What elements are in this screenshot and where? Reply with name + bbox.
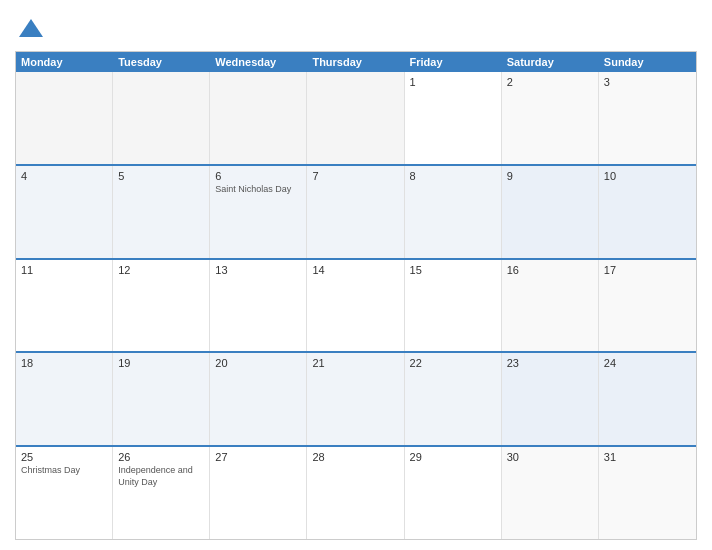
- day-number: 2: [507, 76, 593, 88]
- day-cell: 28: [307, 447, 404, 539]
- header-saturday: Saturday: [502, 52, 599, 72]
- weeks: 123456Saint Nicholas Day7891011121314151…: [16, 72, 696, 539]
- day-number: 8: [410, 170, 496, 182]
- day-number: 28: [312, 451, 398, 463]
- day-number: 29: [410, 451, 496, 463]
- day-cell: 30: [502, 447, 599, 539]
- day-cell: [210, 72, 307, 164]
- day-number: 22: [410, 357, 496, 369]
- day-cell: 27: [210, 447, 307, 539]
- day-cell: 21: [307, 353, 404, 445]
- day-cell: 11: [16, 260, 113, 352]
- day-number: 4: [21, 170, 107, 182]
- calendar: Monday Tuesday Wednesday Thursday Friday…: [15, 51, 697, 540]
- day-cell: 23: [502, 353, 599, 445]
- day-cell: 10: [599, 166, 696, 258]
- day-headers: Monday Tuesday Wednesday Thursday Friday…: [16, 52, 696, 72]
- header-friday: Friday: [405, 52, 502, 72]
- header-wednesday: Wednesday: [210, 52, 307, 72]
- week-1: 456Saint Nicholas Day78910: [16, 164, 696, 258]
- week-3: 18192021222324: [16, 351, 696, 445]
- day-number: 15: [410, 264, 496, 276]
- day-cell: [307, 72, 404, 164]
- day-cell: 2: [502, 72, 599, 164]
- week-4: 25Christmas Day26Independence and Unity …: [16, 445, 696, 539]
- day-number: 11: [21, 264, 107, 276]
- header-thursday: Thursday: [307, 52, 404, 72]
- day-number: 3: [604, 76, 691, 88]
- day-cell: 1: [405, 72, 502, 164]
- day-number: 19: [118, 357, 204, 369]
- day-number: 16: [507, 264, 593, 276]
- day-cell: 26Independence and Unity Day: [113, 447, 210, 539]
- day-cell: 19: [113, 353, 210, 445]
- day-number: 20: [215, 357, 301, 369]
- week-2: 11121314151617: [16, 258, 696, 352]
- day-number: 7: [312, 170, 398, 182]
- day-cell: 25Christmas Day: [16, 447, 113, 539]
- day-cell: 7: [307, 166, 404, 258]
- day-number: 10: [604, 170, 691, 182]
- day-number: 26: [118, 451, 204, 463]
- day-cell: 3: [599, 72, 696, 164]
- page: Monday Tuesday Wednesday Thursday Friday…: [0, 0, 712, 550]
- holiday-name: Independence and Unity Day: [118, 465, 204, 488]
- day-number: 18: [21, 357, 107, 369]
- week-0: 123: [16, 72, 696, 164]
- day-cell: 17: [599, 260, 696, 352]
- holiday-name: Christmas Day: [21, 465, 107, 477]
- day-number: 5: [118, 170, 204, 182]
- logo: [15, 15, 45, 43]
- day-cell: [16, 72, 113, 164]
- day-cell: 31: [599, 447, 696, 539]
- day-cell: 24: [599, 353, 696, 445]
- holiday-name: Saint Nicholas Day: [215, 184, 301, 196]
- day-number: 31: [604, 451, 691, 463]
- day-cell: 29: [405, 447, 502, 539]
- day-number: 12: [118, 264, 204, 276]
- header-tuesday: Tuesday: [113, 52, 210, 72]
- day-cell: 18: [16, 353, 113, 445]
- header-sunday: Sunday: [599, 52, 696, 72]
- day-number: 13: [215, 264, 301, 276]
- day-cell: 5: [113, 166, 210, 258]
- day-cell: 16: [502, 260, 599, 352]
- day-number: 9: [507, 170, 593, 182]
- day-cell: [113, 72, 210, 164]
- day-cell: 8: [405, 166, 502, 258]
- day-number: 25: [21, 451, 107, 463]
- day-cell: 12: [113, 260, 210, 352]
- day-number: 27: [215, 451, 301, 463]
- header: [15, 15, 697, 43]
- day-number: 17: [604, 264, 691, 276]
- day-cell: 4: [16, 166, 113, 258]
- day-cell: 6Saint Nicholas Day: [210, 166, 307, 258]
- day-cell: 15: [405, 260, 502, 352]
- day-number: 21: [312, 357, 398, 369]
- day-number: 24: [604, 357, 691, 369]
- day-number: 23: [507, 357, 593, 369]
- day-number: 14: [312, 264, 398, 276]
- header-monday: Monday: [16, 52, 113, 72]
- day-number: 30: [507, 451, 593, 463]
- day-cell: 13: [210, 260, 307, 352]
- day-cell: 14: [307, 260, 404, 352]
- day-number: 1: [410, 76, 496, 88]
- day-cell: 9: [502, 166, 599, 258]
- day-cell: 20: [210, 353, 307, 445]
- logo-icon: [17, 15, 45, 43]
- day-number: 6: [215, 170, 301, 182]
- day-cell: 22: [405, 353, 502, 445]
- svg-marker-0: [19, 19, 43, 37]
